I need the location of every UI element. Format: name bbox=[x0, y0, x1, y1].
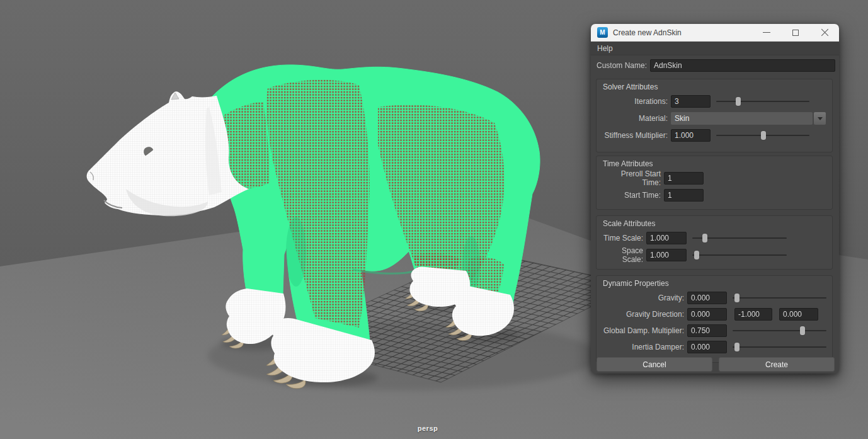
slider-handle[interactable] bbox=[736, 97, 741, 106]
global-damp-slider[interactable] bbox=[733, 326, 826, 335]
group-title: Scale Attributes bbox=[603, 219, 655, 228]
cancel-button[interactable]: Cancel bbox=[597, 357, 712, 372]
material-dropdown[interactable]: Skin bbox=[671, 112, 813, 125]
maximize-button[interactable] bbox=[785, 24, 806, 42]
custom-name-label: Custom Name: bbox=[596, 61, 650, 70]
gravity-direction-y-input[interactable] bbox=[734, 308, 772, 321]
dialog-body: Custom Name: Solver Attributes Iteration… bbox=[591, 55, 839, 373]
group-scale-attributes: Scale Attributes Time Scale: Space Scale… bbox=[596, 215, 833, 270]
group-time-attributes: Time Attributes Preroll Start Time: Star… bbox=[596, 156, 833, 210]
stiffness-input[interactable] bbox=[671, 129, 711, 142]
chevron-down-icon bbox=[818, 117, 823, 123]
group-title: Time Attributes bbox=[603, 159, 653, 168]
close-button[interactable] bbox=[814, 24, 835, 42]
create-button[interactable]: Create bbox=[719, 357, 835, 372]
material-value: Skin bbox=[675, 114, 689, 123]
iterations-label: Iterations: bbox=[600, 97, 671, 106]
maya-viewport-screenshot: persp M Create new AdnSkin Help Custom N… bbox=[0, 0, 868, 439]
window-controls bbox=[748, 24, 839, 42]
time-scale-label: Time Scale: bbox=[600, 234, 646, 242]
inertia-damper-label: Inertia Damper: bbox=[600, 343, 687, 351]
gravity-direction-z-input[interactable] bbox=[779, 308, 818, 321]
preroll-start-time-label: Preroll Start Time: bbox=[600, 169, 664, 187]
close-icon bbox=[821, 28, 829, 37]
custom-name-input[interactable] bbox=[650, 59, 835, 72]
iterations-input[interactable] bbox=[671, 95, 711, 108]
slider-handle[interactable] bbox=[702, 234, 707, 242]
dialog-title: Create new AdnSkin bbox=[613, 28, 682, 37]
group-solver-attributes: Solver Attributes Iterations: Material: … bbox=[596, 79, 833, 152]
start-time-label: Start Time: bbox=[600, 191, 664, 200]
slider-track bbox=[733, 297, 826, 299]
slider-handle[interactable] bbox=[800, 326, 805, 335]
dialog-footer: Cancel Create bbox=[597, 357, 835, 372]
slider-track bbox=[733, 346, 826, 348]
slider-handle[interactable] bbox=[694, 251, 699, 259]
gravity-input[interactable] bbox=[687, 292, 727, 304]
create-adnskin-dialog: M Create new AdnSkin Help Custom Name: S… bbox=[591, 24, 839, 373]
minimize-button[interactable] bbox=[756, 24, 777, 42]
gravity-slider[interactable] bbox=[733, 294, 826, 302]
maya-app-icon: M bbox=[597, 27, 608, 38]
slider-handle[interactable] bbox=[761, 131, 766, 140]
group-title: Solver Attributes bbox=[603, 83, 658, 91]
slider-handle[interactable] bbox=[734, 294, 740, 302]
minimize-icon bbox=[763, 32, 770, 33]
dialog-menubar: Help bbox=[591, 42, 839, 55]
time-scale-slider[interactable] bbox=[692, 234, 787, 242]
global-damp-label: Global Damp. Multiplier: bbox=[600, 326, 687, 335]
maximize-icon bbox=[792, 30, 799, 36]
inertia-damper-slider[interactable] bbox=[733, 343, 826, 351]
material-dropdown-arrow-button[interactable] bbox=[814, 112, 826, 125]
slider-track bbox=[716, 101, 809, 102]
global-damp-input[interactable] bbox=[687, 324, 727, 337]
space-scale-label: Space Scale: bbox=[600, 246, 646, 264]
stiffness-label: Stiffness Multiplier: bbox=[600, 131, 671, 140]
slider-handle[interactable] bbox=[734, 343, 740, 351]
material-label: Material: bbox=[600, 114, 671, 123]
gravity-direction-label: Gravity Direction: bbox=[600, 310, 687, 319]
time-scale-input[interactable] bbox=[646, 232, 687, 244]
inertia-damper-input[interactable] bbox=[687, 341, 727, 353]
camera-label: persp bbox=[408, 425, 448, 432]
group-title: Dynamic Properties bbox=[603, 279, 669, 288]
gravity-label: Gravity: bbox=[600, 294, 687, 302]
group-dynamic-properties: Dynamic Properties Gravity: Gravity Dire… bbox=[596, 275, 833, 363]
slider-track bbox=[733, 330, 826, 331]
gravity-direction-x-input[interactable] bbox=[687, 308, 727, 321]
menu-help[interactable]: Help bbox=[597, 44, 613, 53]
dialog-titlebar[interactable]: M Create new AdnSkin bbox=[591, 24, 839, 42]
space-scale-slider[interactable] bbox=[692, 251, 787, 259]
slider-track bbox=[692, 254, 787, 256]
stiffness-slider[interactable] bbox=[716, 131, 809, 140]
space-scale-input[interactable] bbox=[646, 249, 687, 261]
preroll-start-time-input[interactable] bbox=[664, 172, 704, 185]
iterations-slider[interactable] bbox=[716, 97, 809, 106]
start-time-input[interactable] bbox=[664, 189, 704, 202]
